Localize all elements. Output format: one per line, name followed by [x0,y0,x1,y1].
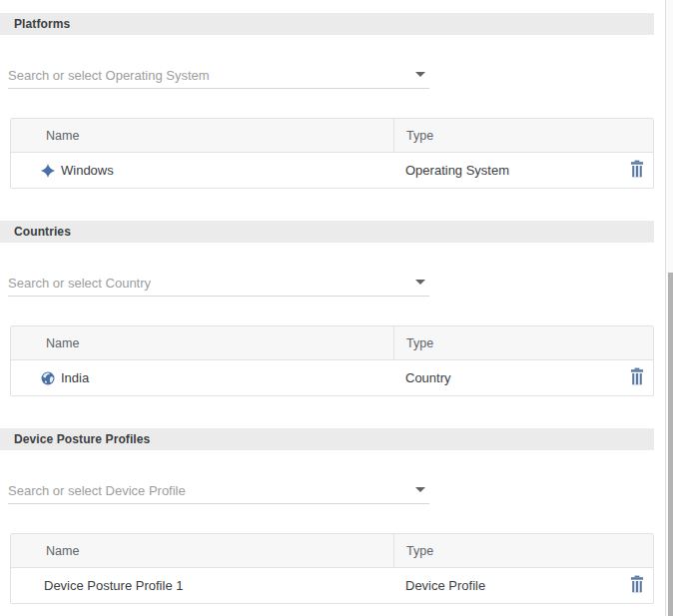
column-header-type: Type [393,326,653,359]
table-header: Name Type [11,534,653,568]
chevron-down-icon[interactable] [415,487,425,492]
row-name-cell: Device Posture Profile 1 [11,578,393,593]
vertical-scrollbar-thumb[interactable] [668,273,673,616]
row-name-label: Device Posture Profile 1 [44,578,183,593]
section-header-device-posture-profiles: Device Posture Profiles [0,428,654,450]
globe-icon [41,371,55,385]
table-header: Name Type [11,326,653,360]
country-search-input[interactable] [8,276,387,291]
vertical-scrollbar-track[interactable] [665,0,673,616]
row-type-cell: Device Profile [393,578,627,593]
section-countries: Countries Name Type [0,221,654,396]
countries-table: Name Type India Country [10,325,654,396]
device-profiles-table: Name Type Device Posture Profile 1 Devic… [10,533,654,604]
delete-button[interactable] [627,368,647,388]
device-profile-search-input[interactable] [8,483,387,498]
section-header-countries: Countries [0,221,654,243]
column-header-type: Type [393,534,653,567]
trash-icon [629,575,645,596]
row-type-cell: Country [393,370,627,385]
row-name-label: India [61,370,89,385]
country-select[interactable] [8,274,429,297]
row-name-label: Windows [61,163,114,178]
column-header-name: Name [11,336,393,350]
column-header-name: Name [11,544,393,558]
delete-button[interactable] [627,161,647,181]
table-header: Name Type [11,119,653,153]
delete-button[interactable] [627,576,647,596]
platforms-table: Name Type Windows Operating System [10,118,654,189]
table-row: India Country [11,360,653,395]
chevron-down-icon[interactable] [415,72,425,77]
column-header-name: Name [11,129,393,143]
operating-system-select[interactable] [8,66,429,89]
chevron-down-icon[interactable] [415,280,425,285]
section-title: Platforms [14,17,70,31]
row-type-cell: Operating System [393,163,627,178]
device-profile-select[interactable] [8,481,429,504]
column-header-type: Type [393,119,653,152]
section-header-platforms: Platforms [0,13,654,35]
section-title: Device Posture Profiles [14,432,150,446]
table-row: Device Posture Profile 1 Device Profile [11,568,653,603]
windows-icon [41,164,55,178]
table-row: Windows Operating System [11,153,653,188]
section-device-posture-profiles: Device Posture Profiles Name Type Device… [0,428,654,604]
section-platforms: Platforms Name Type Windows Op [0,13,654,189]
policy-criteria-panel: Platforms Name Type Windows Op [0,13,654,616]
trash-icon [629,160,645,181]
section-title: Countries [14,225,71,239]
row-name-cell: India [11,370,393,385]
operating-system-search-input[interactable] [8,68,387,83]
row-name-cell: Windows [11,163,393,178]
trash-icon [629,367,645,388]
